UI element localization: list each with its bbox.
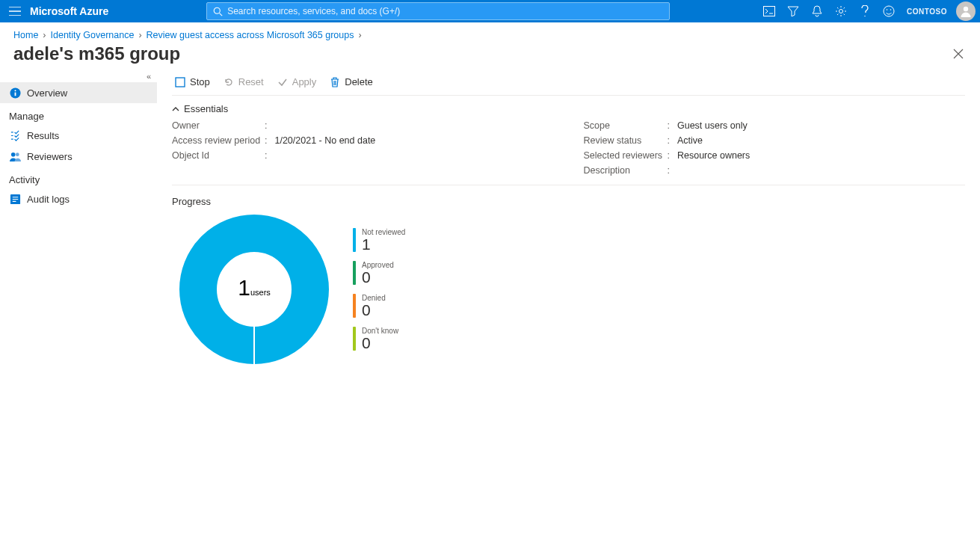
command-bar: Stop Reset Apply Delete [172, 72, 965, 96]
stop-icon [175, 77, 185, 87]
svg-point-3 [884, 6, 894, 16]
search-input[interactable] [227, 6, 663, 16]
chevron-right-icon: › [358, 30, 361, 40]
reset-icon [224, 77, 234, 87]
hamburger-icon [9, 7, 21, 16]
brand-label: Microsoft Azure [30, 5, 119, 17]
avatar[interactable] [956, 1, 976, 21]
menu-toggle-button[interactable] [0, 0, 30, 22]
svg-point-9 [14, 90, 16, 91]
delete-button[interactable]: Delete [330, 76, 373, 87]
svg-point-5 [890, 9, 892, 10]
scope-label: Scope [584, 120, 665, 131]
info-icon [9, 87, 21, 99]
sidebar-item-label: Audit logs [27, 194, 70, 205]
selected-reviewers-label: Selected reviewers [584, 150, 665, 161]
help-button[interactable] [853, 0, 877, 22]
svg-point-0 [214, 7, 220, 13]
essentials-label: Essentials [184, 103, 228, 114]
essentials-status-row: Review status : Active [584, 135, 966, 146]
svg-point-10 [10, 152, 15, 156]
legend-denied: Denied 0 [353, 294, 405, 318]
title-row: adele's m365 group [0, 43, 980, 72]
smiley-icon [883, 5, 895, 17]
objectid-label: Object Id [172, 150, 262, 161]
sidebar-section-manage: Manage [0, 103, 157, 125]
progress-heading: Progress [172, 185, 965, 215]
legend-approved: Approved 0 [353, 261, 405, 285]
status-value: Active [677, 135, 703, 146]
essentials-objectid-row: Object Id : [172, 150, 554, 161]
essentials-right: Scope : Guest users only Review status :… [584, 120, 966, 176]
directory-filter-button[interactable] [781, 0, 805, 22]
svg-point-11 [15, 153, 19, 156]
cloud-shell-button[interactable] [757, 0, 781, 22]
scope-value: Guest users only [677, 120, 748, 131]
close-icon [953, 49, 964, 59]
donut-center-value: 1 [238, 275, 250, 300]
topbar-icons: CONTOSO [757, 0, 980, 22]
sidebar-item-reviewers[interactable]: Reviewers [0, 146, 157, 167]
reset-button: Reset [224, 76, 264, 87]
user-icon [959, 4, 973, 18]
legend-value: 0 [362, 269, 394, 285]
sidebar-item-results[interactable]: Results [0, 125, 157, 146]
svg-point-6 [964, 7, 968, 11]
reviewers-icon [9, 150, 21, 162]
progress-legend: Not reviewed 1 Approved 0 Denied 0 [353, 228, 405, 351]
sidebar-item-overview[interactable]: Overview [0, 82, 157, 103]
sidebar: « Overview Manage Results Reviewers Acti… [0, 72, 157, 379]
donut-center-unit: users [250, 288, 271, 297]
main-panel: Stop Reset Apply Delete Essentials [157, 72, 980, 379]
legend-not-reviewed: Not reviewed 1 [353, 228, 405, 252]
stop-button[interactable]: Stop [175, 76, 210, 87]
results-icon [9, 129, 21, 141]
description-label: Description [584, 165, 665, 176]
collapse-sidebar-button[interactable]: « [147, 72, 151, 81]
svg-rect-13 [176, 78, 185, 87]
sidebar-section-activity: Activity [0, 167, 157, 188]
essentials-left: Owner : Access review period : 1/20/2021… [172, 120, 554, 176]
page-title: adele's m365 group [13, 43, 180, 64]
svg-point-2 [839, 10, 843, 13]
filter-icon [787, 6, 799, 16]
legend-bar-icon [353, 294, 356, 318]
search-box[interactable] [206, 2, 670, 20]
apply-button: Apply [277, 76, 317, 87]
notifications-button[interactable] [805, 0, 829, 22]
bell-icon [812, 5, 822, 17]
audit-logs-icon [9, 193, 21, 205]
legend-bar-icon [353, 228, 356, 252]
essentials-reviewers-row: Selected reviewers : Resource owners [584, 150, 966, 161]
svg-text:1users: 1users [238, 275, 271, 300]
period-label: Access review period [172, 135, 262, 146]
close-button[interactable] [950, 46, 967, 62]
period-value: 1/20/2021 - No end date [274, 135, 375, 146]
breadcrumb-home[interactable]: Home [13, 30, 38, 40]
feedback-button[interactable] [877, 0, 901, 22]
breadcrumb-review-guest-access[interactable]: Review guest access across Microsoft 365… [147, 30, 354, 40]
chevron-right-icon: › [43, 30, 46, 40]
sidebar-item-audit-logs[interactable]: Audit logs [0, 188, 157, 209]
owner-label: Owner [172, 120, 262, 131]
essentials-description-row: Description : [584, 165, 966, 176]
tool-label: Reset [238, 76, 264, 87]
progress-section: 1users Not reviewed 1 Approved 0 [172, 215, 965, 364]
progress-donut-chart: 1users [179, 215, 329, 364]
breadcrumb-identity-governance[interactable]: Identity Governance [51, 30, 135, 40]
legend-bar-icon [353, 261, 356, 285]
cloud-shell-icon [763, 6, 775, 16]
tool-label: Delete [345, 76, 373, 87]
svg-rect-1 [764, 7, 775, 16]
sidebar-item-label: Overview [27, 87, 67, 99]
legend-value: 0 [362, 302, 386, 318]
selected-reviewers-value: Resource owners [677, 150, 750, 161]
essentials-toggle[interactable]: Essentials [172, 96, 965, 120]
search-icon [213, 7, 223, 16]
delete-icon [330, 77, 340, 87]
settings-button[interactable] [829, 0, 853, 22]
tool-label: Stop [190, 76, 210, 87]
chevron-up-icon [172, 105, 179, 113]
svg-rect-8 [14, 92, 16, 96]
status-label: Review status [584, 135, 665, 146]
